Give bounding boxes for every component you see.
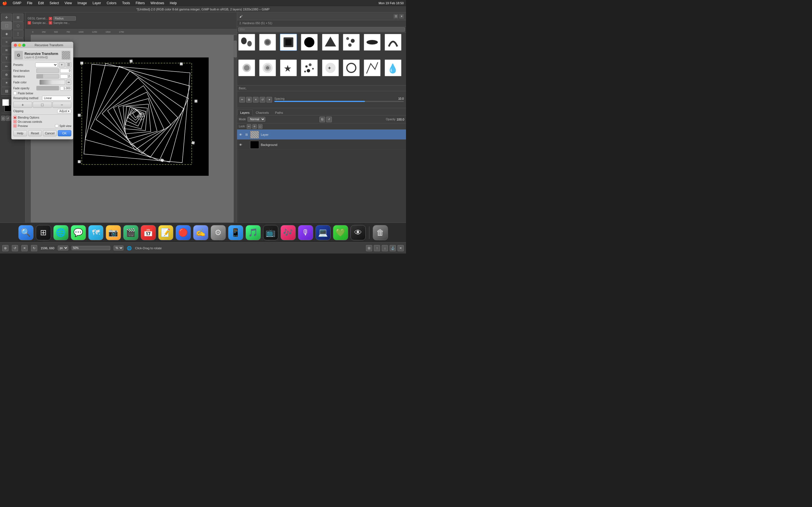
dock-messages[interactable]: 💬 xyxy=(71,225,86,240)
brush-item[interactable] xyxy=(364,34,380,51)
brush-item[interactable] xyxy=(343,34,360,51)
brush-filter-input[interactable] xyxy=(238,27,405,32)
move-tool[interactable]: ✛ xyxy=(1,13,12,21)
status-redo-btn[interactable]: ↻ xyxy=(31,245,37,251)
brush-item[interactable] xyxy=(301,59,318,76)
presets-add-btn[interactable]: + xyxy=(59,62,64,67)
iterations-input[interactable] xyxy=(60,74,71,78)
menu-windows[interactable]: Windows xyxy=(149,1,165,5)
dock-chrome[interactable]: 🔴 xyxy=(175,225,191,240)
layer-mode-select[interactable]: Normal xyxy=(248,117,265,122)
unit-select[interactable]: px xyxy=(58,245,68,250)
menu-filters[interactable]: Filters xyxy=(135,1,146,5)
brush-item[interactable] xyxy=(343,59,360,76)
iterations-slider[interactable] xyxy=(36,74,59,78)
dock-launchpad[interactable]: ⊞ xyxy=(36,225,51,240)
vertical-scrollbar[interactable] xyxy=(234,35,237,239)
dock-podcasts[interactable]: 🎙 xyxy=(298,225,313,240)
rect-select-tool[interactable]: ⬚ xyxy=(1,22,12,30)
apple-menu[interactable]: 🍎 xyxy=(2,1,7,5)
fade-opacity-slider[interactable] xyxy=(36,86,59,91)
layer-item[interactable]: 👁 ⛓ Layer xyxy=(237,129,406,140)
status-up-btn[interactable]: ↑ xyxy=(374,245,380,251)
menu-gimp[interactable]: GIMP xyxy=(11,1,22,5)
dock-prefs[interactable]: ⚙ xyxy=(211,225,226,240)
dock-notes[interactable]: 📝 xyxy=(158,225,173,240)
warp-tool[interactable]: ≋ xyxy=(1,46,12,54)
align-tool[interactable]: ⊞ xyxy=(13,13,23,21)
fade-color-preview[interactable] xyxy=(40,80,65,85)
canvas-drawing-area[interactable] xyxy=(73,57,209,176)
gradient-tool[interactable]: ▤ xyxy=(1,87,12,95)
cancel-button[interactable]: Cancel xyxy=(43,130,57,136)
brush-item[interactable] xyxy=(259,59,276,76)
text-tool[interactable]: T xyxy=(1,54,12,62)
brush-item[interactable] xyxy=(259,34,276,51)
fuzzy-select-tool[interactable]: ⋮ xyxy=(13,30,23,38)
tool-toggle-1[interactable]: ⊡ xyxy=(1,116,5,121)
status-anchor-btn[interactable]: ⚓ xyxy=(390,245,396,251)
brush-delete-btn[interactable]: ✕ xyxy=(253,97,259,103)
dock-calendar[interactable]: 📅 xyxy=(141,225,156,240)
lock-pixels-btn[interactable]: ✏ xyxy=(247,124,251,129)
dock-music[interactable]: 🎶 xyxy=(281,225,296,240)
ok-button[interactable]: OK xyxy=(58,130,71,136)
fade-opacity-input[interactable] xyxy=(60,86,71,91)
iter-add-btn[interactable]: + xyxy=(13,102,32,108)
layer-item[interactable]: 👁 Background xyxy=(237,140,406,150)
brush-refresh-btn[interactable]: ↺ xyxy=(260,97,265,103)
lock-pos-btn[interactable]: ✛ xyxy=(252,124,257,129)
brush-item[interactable] xyxy=(322,34,339,51)
dock-spotify[interactable]: 🎵 xyxy=(246,225,261,240)
brush-item-selected[interactable] xyxy=(280,34,297,51)
layer-visibility-toggle[interactable]: 👁 xyxy=(238,143,243,147)
resampling-select[interactable]: Linear xyxy=(42,96,71,101)
brush-copy-btn[interactable]: ⊞ xyxy=(246,97,252,103)
fade-color-pick-btn[interactable]: ✏ xyxy=(66,80,71,85)
gegl-x2[interactable]: × xyxy=(28,21,31,24)
tab-paths[interactable]: Paths xyxy=(272,110,286,115)
dock-facetime[interactable]: 🎬 xyxy=(123,225,139,240)
brush-item[interactable]: 💧 xyxy=(385,59,402,76)
menu-view[interactable]: View xyxy=(63,1,73,5)
tab-layers[interactable]: Layers xyxy=(237,110,253,115)
dock-vscode[interactable]: 💻 xyxy=(315,225,331,240)
foreground-color-swatch[interactable] xyxy=(2,99,9,106)
dock-whiteboard[interactable]: ✍ xyxy=(193,225,208,240)
brushes-view-btn[interactable]: ☰ xyxy=(394,14,398,18)
dodge-tool[interactable]: ☀ xyxy=(1,79,12,87)
mode-chain-btn[interactable]: ⛓ xyxy=(319,117,325,122)
tab-channels[interactable]: Channels xyxy=(253,110,272,115)
dock-finder[interactable]: 🔍 xyxy=(18,225,34,240)
iter-remove-btn[interactable]: − xyxy=(52,102,71,108)
status-down-btn[interactable]: ↓ xyxy=(382,245,388,251)
free-select-tool[interactable]: ◈ xyxy=(1,30,12,38)
brush-item[interactable] xyxy=(364,59,380,76)
mode-reset-btn[interactable]: ↺ xyxy=(326,117,332,122)
dock-oversight[interactable]: 👁 xyxy=(350,225,366,240)
gegl-close-btn[interactable]: × xyxy=(49,17,52,20)
brush-item[interactable] xyxy=(238,59,255,76)
brush-more-btn[interactable]: ▾ xyxy=(266,97,272,103)
brush-item[interactable] xyxy=(301,34,318,51)
menu-layer[interactable]: Layer xyxy=(91,1,102,5)
first-iteration-input[interactable] xyxy=(60,69,71,73)
brush-item[interactable]: ★ xyxy=(280,59,297,76)
status-undo-btn[interactable]: ↺ xyxy=(12,245,18,251)
brush-item[interactable] xyxy=(238,34,255,51)
lock-alpha-btn[interactable]: ◻ xyxy=(258,124,262,129)
dock-appstore[interactable]: 📱 xyxy=(228,225,243,240)
blending-options-row[interactable]: ◆ Blending Options xyxy=(13,116,71,119)
dock-trash[interactable]: 🗑 xyxy=(373,225,388,240)
menu-file[interactable]: File xyxy=(26,1,34,5)
iter-copy-btn[interactable]: □ xyxy=(33,102,52,108)
gegl-x3[interactable]: × xyxy=(49,21,52,24)
dock-safari[interactable]: 🌐 xyxy=(53,225,68,240)
clone-tool[interactable]: ⊕ xyxy=(1,71,12,78)
crop-tool[interactable]: ⌗ xyxy=(1,38,12,46)
maximize-button[interactable] xyxy=(22,44,26,47)
spacing-slider[interactable] xyxy=(274,101,404,102)
dock-whatsapp[interactable]: 💚 xyxy=(333,225,348,240)
new-image-btn[interactable]: ⊞ xyxy=(366,245,372,251)
status-expand-btn[interactable]: ⊕ xyxy=(2,245,8,251)
